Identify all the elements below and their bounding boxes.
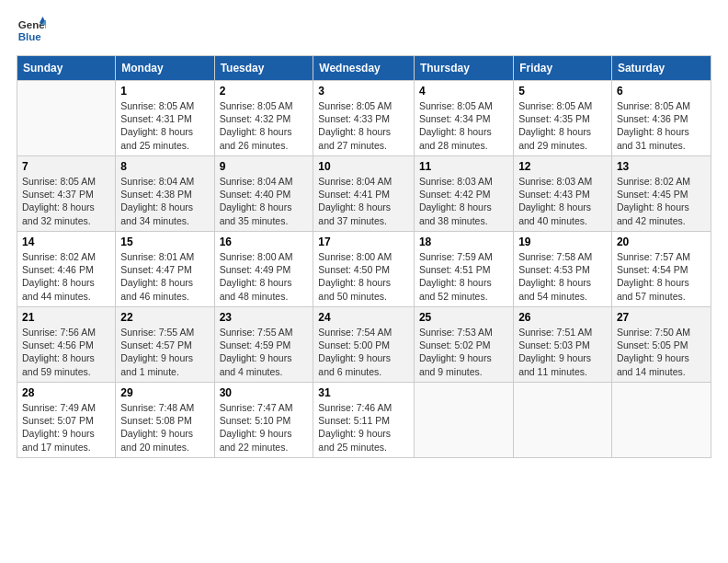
col-header-sunday: Sunday (17, 56, 116, 81)
empty-cell (514, 383, 612, 458)
day-cell-8: 8Sunrise: 8:04 AM Sunset: 4:38 PM Daylig… (116, 156, 214, 232)
day-number: 16 (220, 236, 309, 248)
logo-icon: General Blue (17, 17, 46, 46)
day-info: Sunrise: 8:00 AM Sunset: 4:50 PM Dayligh… (318, 250, 409, 303)
day-cell-1: 1Sunrise: 8:05 AM Sunset: 4:31 PM Daylig… (116, 81, 214, 156)
col-header-saturday: Saturday (611, 56, 711, 81)
day-info: Sunrise: 7:53 AM Sunset: 5:02 PM Dayligh… (419, 326, 508, 378)
day-info: Sunrise: 8:02 AM Sunset: 4:46 PM Dayligh… (22, 250, 110, 303)
day-cell-24: 24Sunrise: 7:54 AM Sunset: 5:00 PM Dayli… (313, 307, 415, 383)
header: General Blue (17, 17, 711, 46)
day-number: 29 (120, 386, 209, 399)
day-number: 18 (419, 236, 508, 248)
day-info: Sunrise: 7:50 AM Sunset: 5:05 PM Dayligh… (617, 326, 706, 378)
day-cell-20: 20Sunrise: 7:57 AM Sunset: 4:54 PM Dayli… (611, 232, 711, 307)
svg-text:Blue: Blue (18, 31, 42, 42)
day-cell-25: 25Sunrise: 7:53 AM Sunset: 5:02 PM Dayli… (414, 307, 513, 383)
day-info: Sunrise: 8:01 AM Sunset: 4:47 PM Dayligh… (120, 250, 209, 303)
day-info: Sunrise: 7:49 AM Sunset: 5:07 PM Dayligh… (22, 401, 110, 454)
day-info: Sunrise: 7:48 AM Sunset: 5:08 PM Dayligh… (120, 401, 209, 454)
day-cell-6: 6Sunrise: 8:05 AM Sunset: 4:36 PM Daylig… (611, 81, 711, 156)
day-info: Sunrise: 7:58 AM Sunset: 4:53 PM Dayligh… (518, 250, 607, 303)
day-cell-4: 4Sunrise: 8:05 AM Sunset: 4:34 PM Daylig… (414, 81, 513, 156)
day-cell-2: 2Sunrise: 8:05 AM Sunset: 4:32 PM Daylig… (214, 81, 313, 156)
calendar-table: SundayMondayTuesdayWednesdayThursdayFrid… (17, 55, 711, 458)
logo: General Blue (17, 17, 46, 46)
day-info: Sunrise: 7:54 AM Sunset: 5:00 PM Dayligh… (318, 326, 409, 378)
day-info: Sunrise: 8:05 AM Sunset: 4:31 PM Dayligh… (120, 99, 209, 152)
page: General Blue SundayMondayTuesdayWednesda… (0, 0, 728, 563)
day-info: Sunrise: 8:05 AM Sunset: 4:35 PM Dayligh… (518, 99, 607, 152)
day-number: 19 (518, 236, 607, 248)
day-number: 15 (120, 236, 209, 248)
day-info: Sunrise: 8:05 AM Sunset: 4:36 PM Dayligh… (617, 99, 706, 152)
day-cell-23: 23Sunrise: 7:55 AM Sunset: 4:59 PM Dayli… (214, 307, 313, 383)
week-row-5: 28Sunrise: 7:49 AM Sunset: 5:07 PM Dayli… (17, 383, 711, 458)
day-number: 4 (419, 85, 508, 98)
header-row: SundayMondayTuesdayWednesdayThursdayFrid… (17, 56, 711, 81)
day-number: 1 (120, 85, 209, 98)
week-row-1: 1Sunrise: 8:05 AM Sunset: 4:31 PM Daylig… (17, 81, 711, 156)
day-cell-12: 12Sunrise: 8:03 AM Sunset: 4:43 PM Dayli… (514, 156, 612, 232)
day-info: Sunrise: 7:57 AM Sunset: 4:54 PM Dayligh… (617, 250, 706, 303)
day-number: 24 (318, 311, 409, 324)
col-header-wednesday: Wednesday (313, 56, 415, 81)
day-cell-5: 5Sunrise: 8:05 AM Sunset: 4:35 PM Daylig… (514, 81, 612, 156)
empty-cell (414, 383, 513, 458)
day-number: 11 (419, 160, 508, 173)
day-cell-7: 7Sunrise: 8:05 AM Sunset: 4:37 PM Daylig… (17, 156, 116, 232)
day-number: 22 (120, 311, 209, 324)
day-number: 21 (22, 311, 110, 324)
col-header-monday: Monday (116, 56, 214, 81)
day-number: 10 (318, 160, 409, 173)
day-number: 13 (617, 160, 706, 173)
day-number: 25 (419, 311, 508, 324)
day-info: Sunrise: 8:00 AM Sunset: 4:49 PM Dayligh… (220, 250, 309, 303)
day-info: Sunrise: 7:47 AM Sunset: 5:10 PM Dayligh… (220, 401, 309, 454)
day-info: Sunrise: 8:05 AM Sunset: 4:32 PM Dayligh… (220, 99, 309, 152)
day-number: 14 (22, 236, 110, 248)
day-info: Sunrise: 8:03 AM Sunset: 4:42 PM Dayligh… (419, 175, 508, 227)
day-info: Sunrise: 8:04 AM Sunset: 4:38 PM Dayligh… (120, 175, 209, 227)
day-info: Sunrise: 7:59 AM Sunset: 4:51 PM Dayligh… (419, 250, 508, 303)
day-cell-26: 26Sunrise: 7:51 AM Sunset: 5:03 PM Dayli… (514, 307, 612, 383)
day-cell-30: 30Sunrise: 7:47 AM Sunset: 5:10 PM Dayli… (214, 383, 313, 458)
day-cell-19: 19Sunrise: 7:58 AM Sunset: 4:53 PM Dayli… (514, 232, 612, 307)
day-cell-15: 15Sunrise: 8:01 AM Sunset: 4:47 PM Dayli… (116, 232, 214, 307)
day-cell-29: 29Sunrise: 7:48 AM Sunset: 5:08 PM Dayli… (116, 383, 214, 458)
day-cell-16: 16Sunrise: 8:00 AM Sunset: 4:49 PM Dayli… (214, 232, 313, 307)
day-number: 26 (518, 311, 607, 324)
day-cell-13: 13Sunrise: 8:02 AM Sunset: 4:45 PM Dayli… (611, 156, 711, 232)
day-number: 28 (22, 386, 110, 399)
day-info: Sunrise: 8:05 AM Sunset: 4:33 PM Dayligh… (318, 99, 409, 152)
day-cell-28: 28Sunrise: 7:49 AM Sunset: 5:07 PM Dayli… (17, 383, 116, 458)
day-number: 2 (220, 85, 309, 98)
day-info: Sunrise: 7:55 AM Sunset: 4:59 PM Dayligh… (220, 326, 309, 378)
day-cell-11: 11Sunrise: 8:03 AM Sunset: 4:42 PM Dayli… (414, 156, 513, 232)
day-number: 3 (318, 85, 409, 98)
day-number: 30 (220, 386, 309, 399)
day-cell-31: 31Sunrise: 7:46 AM Sunset: 5:11 PM Dayli… (313, 383, 415, 458)
day-info: Sunrise: 8:04 AM Sunset: 4:40 PM Dayligh… (220, 175, 309, 227)
day-number: 27 (617, 311, 706, 324)
day-info: Sunrise: 7:46 AM Sunset: 5:11 PM Dayligh… (318, 401, 409, 454)
day-info: Sunrise: 7:55 AM Sunset: 4:57 PM Dayligh… (120, 326, 209, 378)
day-number: 6 (617, 85, 706, 98)
day-info: Sunrise: 8:05 AM Sunset: 4:34 PM Dayligh… (419, 99, 508, 152)
col-header-tuesday: Tuesday (214, 56, 313, 81)
day-number: 23 (220, 311, 309, 324)
day-info: Sunrise: 8:02 AM Sunset: 4:45 PM Dayligh… (617, 175, 706, 227)
day-number: 9 (220, 160, 309, 173)
day-number: 5 (518, 85, 607, 98)
day-number: 8 (120, 160, 209, 173)
day-number: 12 (518, 160, 607, 173)
day-cell-14: 14Sunrise: 8:02 AM Sunset: 4:46 PM Dayli… (17, 232, 116, 307)
day-cell-22: 22Sunrise: 7:55 AM Sunset: 4:57 PM Dayli… (116, 307, 214, 383)
col-header-thursday: Thursday (414, 56, 513, 81)
empty-cell (17, 81, 116, 156)
day-number: 20 (617, 236, 706, 248)
day-cell-27: 27Sunrise: 7:50 AM Sunset: 5:05 PM Dayli… (611, 307, 711, 383)
day-number: 17 (318, 236, 409, 248)
day-info: Sunrise: 8:05 AM Sunset: 4:37 PM Dayligh… (22, 175, 110, 227)
day-info: Sunrise: 7:56 AM Sunset: 4:56 PM Dayligh… (22, 326, 110, 378)
